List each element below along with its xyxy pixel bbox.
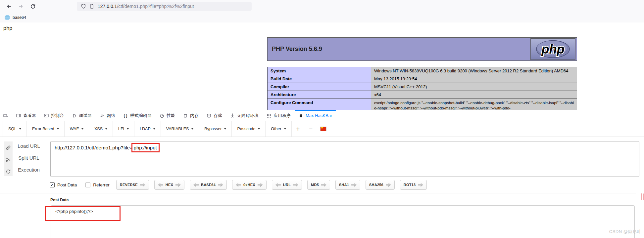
decode-arrow-icon: [158, 183, 163, 187]
encoder-label: ROT13: [404, 183, 416, 187]
caret-down-icon: [19, 128, 21, 130]
row-value: May 13 2015 19:23:54: [371, 75, 577, 83]
menu-error-based[interactable]: Error Based: [27, 121, 65, 137]
phpinfo-title: PHP Version 5.6.9: [272, 46, 322, 53]
tab-label: 无障碍环境: [237, 113, 259, 119]
flag-star-icon: ★: [321, 126, 323, 129]
menu-label: WAF: [70, 127, 79, 131]
menu-label: Bypasser: [204, 127, 222, 131]
caret-down-icon: [127, 128, 129, 130]
menu-variables[interactable]: VARIABLES: [161, 121, 199, 137]
php-logo-text: php: [541, 42, 565, 56]
tab-label: 调试器: [79, 113, 92, 119]
encoder-button-md5[interactable]: MD5: [307, 180, 330, 190]
tab-memory[interactable]: 内存: [179, 110, 203, 121]
row-value: x64: [371, 91, 577, 99]
tab-inspector[interactable]: 查看器: [12, 110, 40, 121]
encoder-label: SHA256: [369, 183, 383, 187]
page-info-icon[interactable]: [89, 4, 94, 9]
caret-down-icon: [81, 128, 83, 130]
tab-label: 性能: [167, 113, 175, 119]
url-bar[interactable]: 127.0.0.1/ctf/demo1.php?file=php:%2f%2fi…: [77, 2, 252, 11]
application-icon: [267, 113, 271, 118]
menu-waf[interactable]: WAF: [65, 121, 89, 137]
menu-sql[interactable]: SQL: [3, 121, 27, 137]
back-button[interactable]: [5, 3, 13, 10]
bookmarks-bar: base64: [0, 13, 644, 22]
link-icon: [6, 145, 11, 150]
browser-window: 127.0.0.1/ctf/demo1.php?file=php:%2f%2fi…: [0, 0, 644, 238]
encoder-label: URL: [283, 183, 291, 187]
tab-console[interactable]: 控制台: [40, 110, 68, 121]
debugger-icon: [72, 113, 76, 118]
menu-label: Passcode: [237, 127, 255, 131]
url-path: /ctf/demo1.php?file=php:%2f%2finput: [117, 4, 194, 9]
tab-application[interactable]: 应用程序: [263, 110, 295, 121]
caret-down-icon: [258, 128, 260, 130]
url-prefix-text: http://127.0.0.1/ctf/demo1.php?file=: [55, 145, 133, 150]
encoder-button-sha256[interactable]: SHA256: [366, 180, 395, 190]
accessibility-icon: [230, 113, 235, 118]
table-row: Configure Command cscript /nologo config…: [268, 99, 577, 110]
split-url-button[interactable]: Split URL: [15, 155, 42, 161]
flag-button[interactable]: ★: [317, 121, 329, 137]
menu-ldap[interactable]: LDAP: [134, 121, 161, 137]
encoder-button-base64[interactable]: BASE64: [190, 180, 227, 190]
bookmark-base64[interactable]: base64: [13, 15, 26, 20]
row-label: System: [268, 67, 371, 75]
forward-button[interactable]: [17, 3, 25, 10]
post-data-textarea[interactable]: <?php phpinfo();?>: [51, 205, 635, 238]
reload-button[interactable]: [29, 3, 36, 10]
encoder-button-hex[interactable]: HEX: [154, 180, 184, 190]
encode-arrow-icon: [418, 183, 423, 187]
add-tab-button[interactable]: +: [292, 121, 305, 137]
remove-tab-button[interactable]: −: [304, 121, 317, 137]
execute-refresh-icon: [6, 169, 11, 174]
php-input-highlight-box: php://input: [131, 143, 160, 152]
encoder-label: REVERSE: [120, 183, 138, 187]
caret-down-icon: [153, 128, 155, 130]
hackbar-url-textarea[interactable]: http://127.0.0.1/ctf/demo1.php?file=php:…: [50, 141, 639, 177]
menu-bypasser[interactable]: Bypasser: [199, 121, 232, 137]
menu-passcode[interactable]: Passcode: [232, 121, 266, 137]
inspector-icon: [16, 113, 21, 118]
row-value: cscript /nologo configure.js "--enable-s…: [371, 99, 577, 110]
menu-other[interactable]: Other: [266, 121, 291, 137]
encoder-button-reverse[interactable]: REVERSE: [116, 180, 149, 190]
load-url-button[interactable]: Load URL: [15, 143, 42, 149]
referrer-checkbox[interactable]: [85, 182, 90, 187]
caret-down-icon: [224, 128, 226, 130]
tab-storage[interactable]: 存储: [203, 110, 226, 121]
url-text: 127.0.0.1/ctf/demo1.php?file=php:%2f%2fi…: [98, 4, 194, 9]
row-label: Architecture: [268, 91, 371, 99]
menu-xss[interactable]: XSS: [89, 121, 113, 137]
execution-button[interactable]: Execution: [15, 167, 42, 173]
encoder-button-url[interactable]: URL: [272, 180, 302, 190]
menu-label: Error Based: [32, 127, 54, 131]
style-editor-icon: {}: [123, 113, 128, 118]
post-data-checkbox-label[interactable]: Post Data: [57, 182, 77, 187]
tab-style-editor[interactable]: {} 样式编辑器: [119, 110, 156, 121]
tab-accessibility[interactable]: 无障碍环境: [226, 110, 263, 121]
encoder-button-0xhex[interactable]: 0xHEX: [232, 180, 267, 190]
tab-label: 查看器: [23, 113, 36, 119]
memory-icon: [183, 113, 188, 118]
encode-arrow-icon: [293, 183, 298, 187]
referrer-checkbox-label[interactable]: Referrer: [93, 182, 110, 187]
decode-arrow-icon: [275, 183, 281, 187]
tab-debugger[interactable]: 调试器: [68, 110, 96, 121]
tab-network[interactable]: 网络: [96, 110, 119, 121]
browser-toolbar: 127.0.0.1/ctf/demo1.php?file=php:%2f%2fi…: [0, 0, 644, 23]
hackbar-body: Load URL Split URL Execution http://127.…: [0, 137, 644, 238]
back-arrow-icon: [6, 3, 12, 9]
encoder-button-sha1[interactable]: SHA1: [335, 180, 360, 190]
post-data-checkbox[interactable]: ✓: [50, 182, 55, 187]
menu-lfi[interactable]: LFI: [113, 121, 134, 137]
tab-performance[interactable]: 性能: [156, 110, 179, 121]
encoder-label: BASE64: [201, 183, 216, 187]
encoder-button-rot13[interactable]: ROT13: [400, 180, 427, 190]
devtools-tabbar: 查看器 控制台 调试器 网络 {} 样式编辑器 性能: [0, 110, 644, 121]
tab-label: 样式编辑器: [130, 113, 152, 119]
storage-icon: [207, 113, 211, 118]
tab-max-hackbar[interactable]: Max HacKBar: [295, 110, 336, 121]
